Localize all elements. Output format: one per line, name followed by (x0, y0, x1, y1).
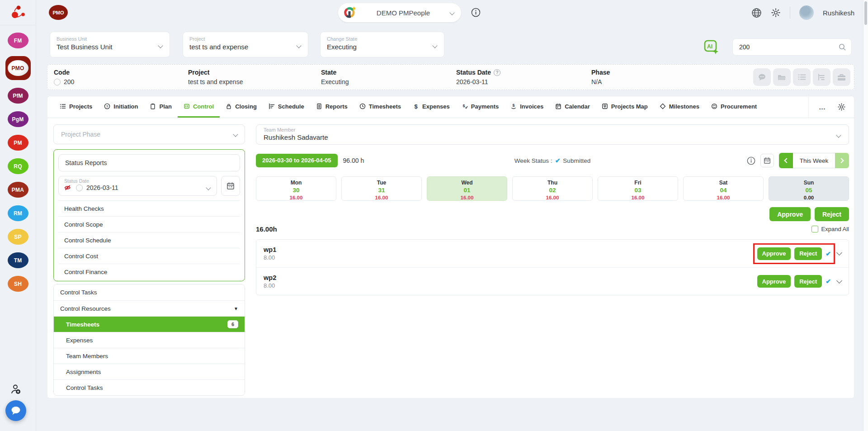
team-member-select[interactable]: Team Member Rushikesh Sadavarte (256, 124, 849, 145)
calendar-icon (764, 157, 771, 164)
approve-week-button[interactable]: Approve (769, 207, 811, 221)
status-reports-header[interactable]: Status Reports (58, 154, 240, 171)
week-info-icon[interactable] (747, 156, 755, 165)
day-card-sat[interactable]: Sat0416.00 (683, 176, 764, 201)
status-date-radio[interactable] (76, 185, 83, 191)
day-card-tue[interactable]: Tue3116.00 (341, 176, 422, 201)
change-state-select[interactable]: Change State Executing (320, 32, 444, 57)
left-item-control-cost[interactable]: Control Cost (58, 248, 240, 264)
status-date-select[interactable]: Status Date 2026-03-11 (58, 176, 217, 196)
left-item-team-members[interactable]: Team Members (54, 348, 245, 364)
project-value: test ts and expense (188, 78, 243, 85)
sidebar-item-pma[interactable]: PMA (8, 182, 28, 198)
sidebar-item-pm[interactable]: PM (8, 135, 28, 151)
expand-all-checkbox[interactable] (811, 226, 818, 232)
project-select[interactable]: Project test ts and expense (183, 32, 308, 57)
info-status-date: Status Date? 2026-03-11 (456, 69, 500, 85)
organization-selector[interactable]: DEMO PMPeople (338, 3, 461, 22)
main-content-card: Projects ?Initiation Plan Control Closin… (47, 96, 854, 398)
user-name[interactable]: Rushikesh (823, 9, 854, 17)
sidebar-item-pmo[interactable]: PMO (5, 56, 31, 80)
documents-button[interactable] (773, 68, 791, 86)
day-card-thu[interactable]: Thu0216.00 (512, 176, 593, 201)
header-divider (790, 7, 790, 19)
next-week-button[interactable] (835, 153, 849, 168)
expand-all-control[interactable]: Expand All (811, 226, 849, 232)
day-total-hours: 16.00h (256, 225, 277, 233)
control-menu: Control Tasks Control Resources ▼ Timesh… (53, 284, 245, 396)
sidebar-item-sh[interactable]: SH (8, 276, 28, 292)
chevron-left-icon (784, 158, 789, 163)
day-card-sun[interactable]: Sun050.00 (769, 176, 849, 201)
left-item-control-tasks[interactable]: Control Tasks (54, 284, 245, 300)
code-radio[interactable] (54, 79, 61, 85)
tab-projects[interactable]: Projects (54, 96, 98, 118)
language-globe-icon[interactable] (751, 8, 762, 18)
wbs-tree-button[interactable] (813, 68, 830, 86)
list-icon (798, 74, 806, 81)
ai-assistant-icon[interactable]: AI (703, 39, 720, 55)
left-item-control-resources[interactable]: Control Resources ▼ (54, 300, 245, 316)
vertical-scrollbar[interactable] (863, 0, 868, 431)
app-logo[interactable] (0, 0, 36, 25)
info-phase: Phase N/A (591, 69, 610, 85)
left-item-timesheets[interactable]: Timesheets 6 (54, 316, 245, 332)
left-item-control-schedule[interactable]: Control Schedule (58, 232, 240, 248)
day-card-mon[interactable]: Mon3016.00 (256, 176, 336, 201)
expand-row-chevron-icon[interactable] (836, 278, 842, 284)
help-icon[interactable]: ? (494, 69, 500, 76)
left-item-health-checks[interactable]: Health Checks (58, 200, 240, 216)
left-item-control-tasks-sub[interactable]: Control Tasks (54, 379, 245, 395)
wp-name: wp1 (264, 246, 276, 253)
portfolio-button[interactable] (833, 68, 850, 86)
settings-gear-icon[interactable] (771, 8, 781, 18)
business-unit-select[interactable]: Business Unit Test Business Unit (50, 32, 170, 57)
chat-fab-button[interactable] (5, 400, 26, 421)
sidebar-item-rm[interactable]: RM (8, 205, 28, 221)
left-item-assignments[interactable]: Assignments (54, 364, 245, 379)
sidebar-item-rq[interactable]: RQ (8, 158, 28, 174)
scrollbar-thumb[interactable] (864, 1, 867, 25)
search-input[interactable] (739, 39, 834, 55)
list-button[interactable] (793, 68, 811, 86)
workpackage-list: wp1 8.00 Approve Reject ✔ wp2 8.00 (256, 239, 849, 295)
project-info-strip: Code 200 Project test ts and expense Sta… (47, 64, 854, 90)
reject-wp1-button[interactable]: Reject (794, 247, 822, 260)
info-icon[interactable] (471, 8, 481, 17)
expand-row-chevron-icon[interactable] (836, 250, 842, 256)
tab-control[interactable]: Control (178, 96, 220, 118)
reject-wp2-button[interactable]: Reject (794, 275, 822, 288)
chat-bubble-icon (10, 406, 21, 416)
status-date-value: 2026-03-11 (86, 184, 118, 191)
left-item-expenses[interactable]: Expenses (54, 332, 245, 348)
tab-initiation[interactable]: ?Initiation (98, 96, 144, 118)
sidebar-item-pgm[interactable]: PgM (8, 111, 28, 127)
project-phase-select[interactable]: Project Phase (53, 124, 245, 144)
day-card-fri[interactable]: Fri0316.00 (598, 176, 678, 201)
expand-all-label: Expand All (821, 226, 849, 232)
approve-wp2-button[interactable]: Approve (757, 275, 791, 288)
avatar[interactable] (799, 5, 814, 20)
timesheet-panel: Team Member Rushikesh Sadavarte 2026-03-… (256, 96, 849, 399)
previous-week-button[interactable] (779, 153, 793, 168)
sidebar-item-pfm[interactable]: PfM (8, 88, 28, 104)
left-item-control-scope[interactable]: Control Scope (58, 216, 240, 232)
week-calendar-button[interactable] (760, 154, 774, 167)
tab-plan[interactable]: Plan (144, 96, 177, 118)
status-date-calendar-button[interactable] (221, 176, 240, 196)
sidebar-item-sp[interactable]: SP (8, 229, 28, 245)
day-card-wed[interactable]: Wed0116.00 (427, 176, 507, 201)
comments-button[interactable] (753, 68, 771, 86)
add-user-icon[interactable] (10, 384, 22, 395)
approve-wp1-button[interactable]: Approve (757, 247, 791, 260)
state-value: Executing (321, 78, 349, 85)
reject-week-button[interactable]: Reject (815, 207, 849, 221)
info-state: State Executing (321, 69, 349, 85)
phase-value: N/A (591, 78, 610, 85)
submitted-check-icon: ✔ (826, 250, 831, 257)
sidebar-item-tm[interactable]: TM (8, 252, 28, 268)
change-state-value: Executing (327, 43, 438, 51)
sidebar-item-fm[interactable]: FM (8, 33, 28, 48)
search-icon[interactable] (839, 43, 846, 51)
left-item-control-finance[interactable]: Control Finance (58, 264, 240, 279)
